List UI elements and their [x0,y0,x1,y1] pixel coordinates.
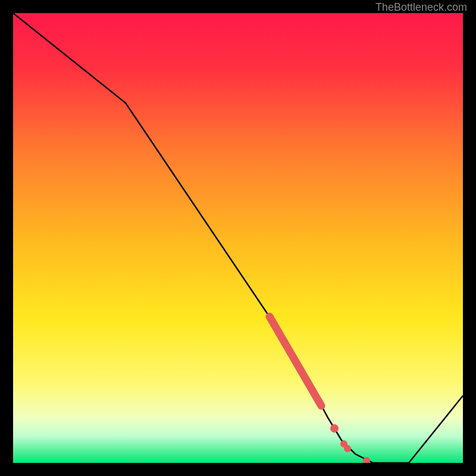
gradient-background [13,13,463,463]
chart-container: TheBottleneck.com [0,0,476,476]
watermark-text: TheBottleneck.com [375,1,467,14]
highlight-dot [330,424,339,433]
plot-area [13,13,463,463]
highlight-dot [344,445,351,452]
chart-svg [13,13,463,463]
